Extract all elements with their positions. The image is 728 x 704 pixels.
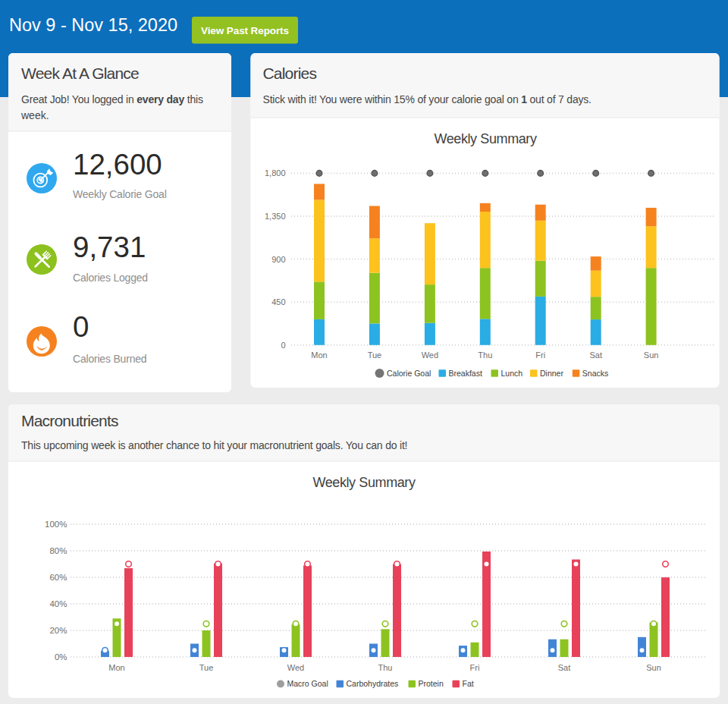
svg-text:Dinner: Dinner bbox=[540, 369, 563, 378]
svg-text:1,350: 1,350 bbox=[265, 212, 286, 221]
svg-text:Thu: Thu bbox=[478, 350, 492, 360]
svg-text:450: 450 bbox=[271, 297, 285, 306]
svg-text:Great Job! You logged in every: Great Job! You logged in every day this bbox=[21, 93, 203, 105]
svg-text:View Past Reports: View Past Reports bbox=[201, 25, 289, 36]
svg-text:Calories Logged: Calories Logged bbox=[73, 272, 148, 284]
svg-text:week.: week. bbox=[20, 109, 49, 121]
svg-text:Sun: Sun bbox=[644, 350, 659, 360]
svg-text:Fri: Fri bbox=[535, 350, 545, 360]
svg-text:Mon: Mon bbox=[108, 663, 124, 672]
svg-text:Stick with it! You were within: Stick with it! You were within 15% of yo… bbox=[263, 93, 592, 105]
svg-text:60%: 60% bbox=[49, 573, 67, 582]
svg-text:Macro Goal: Macro Goal bbox=[287, 679, 328, 688]
svg-text:Thu: Thu bbox=[378, 663, 393, 672]
svg-text:Sun: Sun bbox=[646, 663, 661, 672]
svg-text:100%: 100% bbox=[45, 520, 67, 529]
svg-text:0: 0 bbox=[73, 310, 89, 343]
svg-text:Lunch: Lunch bbox=[501, 369, 523, 378]
svg-text:Macronutrients: Macronutrients bbox=[21, 412, 118, 429]
svg-text:Fri: Fri bbox=[470, 663, 480, 672]
svg-text:Mon: Mon bbox=[311, 350, 327, 360]
svg-text:Breakfast: Breakfast bbox=[449, 369, 482, 378]
svg-text:0: 0 bbox=[281, 341, 285, 350]
svg-text:Wed: Wed bbox=[287, 663, 304, 672]
svg-text:80%: 80% bbox=[49, 546, 67, 555]
svg-text:40%: 40% bbox=[49, 599, 67, 608]
svg-text:Tue: Tue bbox=[368, 350, 382, 360]
svg-text:20%: 20% bbox=[49, 626, 67, 635]
svg-text:Calories Burned: Calories Burned bbox=[73, 353, 146, 365]
svg-text:Fat: Fat bbox=[463, 679, 474, 688]
svg-text:Protein: Protein bbox=[419, 679, 444, 688]
svg-text:Snacks: Snacks bbox=[582, 369, 608, 378]
svg-text:9,731: 9,731 bbox=[73, 231, 146, 263]
svg-text:1,800: 1,800 bbox=[265, 168, 286, 178]
svg-text:Week At A Glance: Week At A Glance bbox=[21, 64, 139, 82]
svg-text:Weekly Calorie Goal: Weekly Calorie Goal bbox=[73, 188, 167, 200]
svg-text:0%: 0% bbox=[55, 652, 67, 662]
svg-text:12,600: 12,600 bbox=[73, 148, 162, 181]
svg-text:Wed: Wed bbox=[422, 350, 438, 360]
svg-text:This upcoming week is another: This upcoming week is another chance to … bbox=[21, 439, 407, 451]
svg-text:Nov 9 - Nov 15, 2020: Nov 9 - Nov 15, 2020 bbox=[9, 15, 177, 35]
svg-text:Weekly Summary: Weekly Summary bbox=[434, 131, 536, 146]
svg-text:900: 900 bbox=[271, 255, 285, 264]
svg-text:Calorie Goal: Calorie Goal bbox=[387, 369, 431, 378]
svg-text:Sat: Sat bbox=[589, 350, 602, 360]
svg-text:Tue: Tue bbox=[199, 663, 214, 672]
svg-text:Weekly Summary: Weekly Summary bbox=[312, 475, 415, 490]
svg-text:Calories: Calories bbox=[263, 64, 317, 82]
svg-text:Carbohydrates: Carbohydrates bbox=[347, 679, 399, 688]
svg-text:Sat: Sat bbox=[558, 663, 571, 672]
